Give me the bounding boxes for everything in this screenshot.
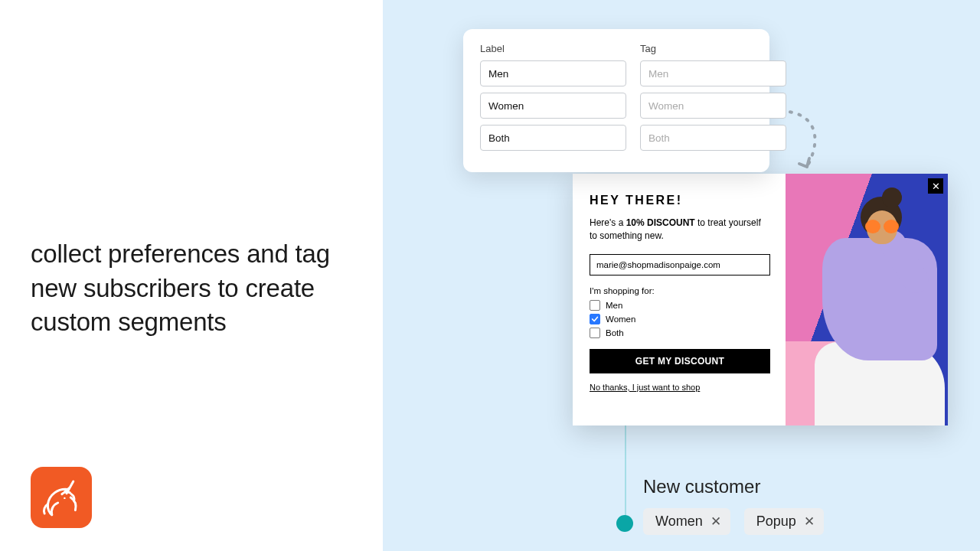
decline-link[interactable]: No thanks, I just want to shop (590, 383, 770, 392)
new-customer-title: New customer (643, 476, 824, 497)
label-input-2[interactable] (480, 125, 626, 151)
get-discount-button[interactable]: GET MY DISCOUNT (590, 349, 770, 373)
popup-content: HEY THERE! Here's a 10% DISCOUNT to trea… (573, 174, 786, 425)
checkbox-both[interactable] (590, 328, 600, 338)
label-input-0[interactable] (480, 60, 626, 86)
left-pane: collect preferences and tag new subscrib… (0, 0, 383, 551)
tag-input-1[interactable] (640, 93, 786, 119)
unicorn-icon (40, 476, 83, 519)
check-icon (591, 315, 599, 323)
node-dot-icon (616, 515, 633, 532)
right-pane: Label Tag HEY THERE! Here's a 10% DISCOU… (383, 0, 980, 551)
label-column-header: Label (480, 43, 626, 54)
chip-label: Popup (756, 514, 796, 530)
checkbox-women[interactable] (590, 314, 600, 324)
option-row-both[interactable]: Both (590, 328, 770, 338)
chip-label: Women (655, 514, 703, 530)
option-label-both: Both (606, 328, 624, 337)
label-input-1[interactable] (480, 93, 626, 119)
tag-input-0[interactable] (640, 60, 786, 86)
email-field[interactable] (590, 254, 770, 276)
popup-sub-pre: Here's a (590, 217, 626, 228)
popup-title: HEY THERE! (590, 194, 770, 207)
remove-chip-icon[interactable]: ✕ (710, 514, 721, 530)
popup-question: I'm shopping for: (590, 286, 770, 295)
option-label-men: Men (606, 301, 622, 310)
tag-column-header: Tag (640, 43, 786, 54)
label-tag-panel: Label Tag (463, 29, 769, 172)
popup-subtitle: Here's a 10% DISCOUNT to treat yourself … (590, 217, 770, 243)
connector-line (625, 425, 626, 517)
chip-popup[interactable]: Popup ✕ (744, 508, 824, 535)
option-label-women: Women (606, 315, 635, 324)
option-row-women[interactable]: Women (590, 314, 770, 324)
brand-logo (31, 467, 92, 528)
option-row-men[interactable]: Men (590, 300, 770, 311)
popup-sub-bold: 10% DISCOUNT (626, 217, 695, 228)
marketing-headline: collect preferences and tag new subscrib… (31, 237, 352, 340)
chip-women[interactable]: Women ✕ (643, 508, 730, 535)
popup-image: ✕ (786, 174, 948, 425)
model-photo (786, 174, 948, 425)
new-customer-block: New customer Women ✕ Popup ✕ (643, 476, 824, 535)
checkbox-men[interactable] (590, 300, 600, 311)
close-icon[interactable]: ✕ (928, 178, 943, 194)
tag-input-2[interactable] (640, 125, 786, 151)
svg-point-0 (64, 497, 65, 499)
tag-chips: Women ✕ Popup ✕ (643, 508, 824, 535)
remove-chip-icon[interactable]: ✕ (804, 514, 815, 530)
signup-popup: HEY THERE! Here's a 10% DISCOUNT to trea… (573, 174, 948, 425)
